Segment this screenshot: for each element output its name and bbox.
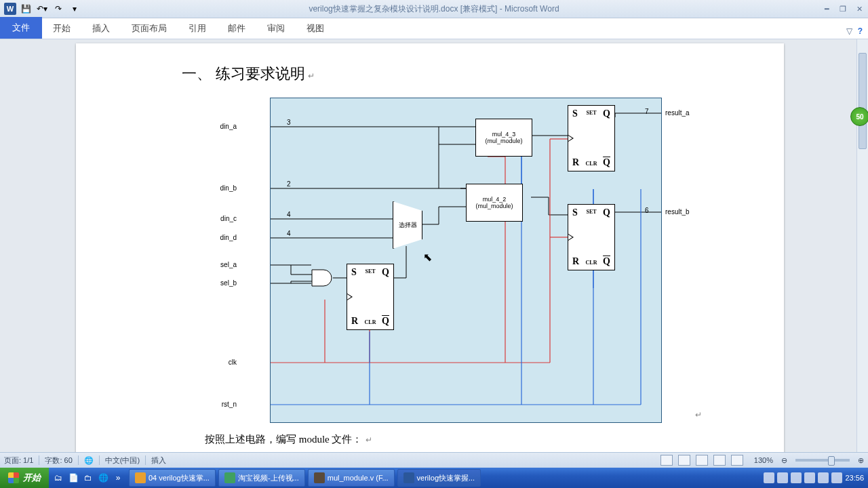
tab-file[interactable]: 文件	[0, 17, 42, 39]
section-heading: 一、 练习要求说明↵	[182, 64, 315, 84]
tray-icon-3[interactable]	[791, 472, 802, 483]
port-din-b: din_b	[210, 184, 237, 192]
flipflop-a: SSETQ RCLRQ	[568, 105, 615, 171]
task-item-2[interactable]: 淘宝视频-上传视...	[218, 469, 305, 487]
zoom-out-button[interactable]: ⊖	[781, 456, 787, 465]
port-result-b: result_b	[665, 208, 690, 216]
titlebar: W 💾 ↶▾ ↷ ▾ verilog快速掌握之复杂模块设计说明.docx [兼容…	[0, 0, 868, 18]
view-print-layout[interactable]	[660, 455, 673, 466]
tab-layout[interactable]: 页面布局	[121, 18, 178, 39]
flipflop-sel: SSETQ RCLRQ	[347, 264, 394, 330]
view-draft[interactable]	[731, 455, 743, 466]
ql-icon-3[interactable]: 🗀	[81, 471, 95, 485]
ql-icon-4[interactable]: 🌐	[96, 471, 110, 485]
port-rst-n: rst_n	[210, 401, 237, 408]
word-app-icon[interactable]: W	[4, 3, 16, 15]
close-button[interactable]: ✕	[853, 3, 865, 14]
scrollbar-thumb[interactable]	[859, 53, 867, 149]
status-insert-mode[interactable]: 插入	[151, 455, 166, 466]
port-clk: clk	[210, 359, 237, 366]
port-sel-a: sel_a	[210, 261, 237, 268]
statusbar: 页面: 1/1 字数: 60 🌐 中文(中国) 插入 130% ⊖ ⊕	[0, 452, 868, 468]
port-din-c: din_c	[210, 215, 237, 222]
vertical-scrollbar[interactable]: 50	[856, 39, 868, 468]
page: 一、 练习要求说明↵	[76, 43, 784, 468]
score-badge[interactable]: 50	[850, 107, 868, 126]
block-mul-4-2: mul_4_2 (mul_module)	[466, 184, 523, 222]
window-controls: ━ ❐ ✕	[821, 3, 865, 14]
quick-launch: 🗂 📄 🗀 🌐 »	[49, 471, 127, 485]
status-proof-icon[interactable]: 🌐	[84, 456, 94, 465]
ql-icon-1[interactable]: 🗂	[52, 471, 65, 485]
width-din-c: 4	[287, 211, 291, 218]
save-button[interactable]: 💾	[19, 2, 33, 16]
start-button[interactable]: 开始	[0, 468, 49, 488]
port-result-a: result_a	[665, 109, 690, 117]
status-language[interactable]: 中文(中国)	[105, 455, 140, 466]
quick-access-toolbar: W 💾 ↶▾ ↷ ▾	[0, 2, 81, 16]
view-web[interactable]	[696, 455, 708, 466]
port-din-a: din_a	[210, 123, 237, 130]
block-mul-4-3: mul_4_3 (mul_module)	[475, 119, 532, 157]
tab-home[interactable]: 开始	[42, 18, 81, 39]
status-words[interactable]: 字数: 60	[45, 455, 72, 466]
system-tray: 23:56	[764, 472, 868, 483]
tray-icon-5[interactable]	[818, 472, 829, 483]
task-item-4[interactable]: verilog快速掌握...	[397, 469, 481, 487]
ql-icon-more[interactable]: »	[111, 471, 125, 485]
tab-references[interactable]: 引用	[178, 18, 217, 39]
windows-logo-icon	[8, 472, 19, 483]
tab-insert[interactable]: 插入	[81, 18, 121, 39]
status-page[interactable]: 页面: 1/1	[4, 455, 33, 466]
tray-icon-4[interactable]	[804, 472, 815, 483]
minimize-button[interactable]: ━	[821, 3, 833, 14]
tab-review[interactable]: 审阅	[256, 18, 296, 39]
tray-icon-1[interactable]	[764, 472, 774, 483]
zoom-level[interactable]: 130%	[754, 456, 773, 464]
qat-customize[interactable]: ▾	[68, 2, 81, 16]
port-sel-b: sel_b	[210, 279, 237, 287]
taskbar: 开始 🗂 📄 🗀 🌐 » 04 verilog快速掌... 淘宝视频-上传视..…	[0, 468, 868, 488]
ribbon: 文件 开始 插入 页面布局 引用 邮件 审阅 视图 ▽ ?	[0, 18, 868, 39]
window-title: verilog快速掌握之复杂模块设计说明.docx [兼容模式] - Micro…	[309, 3, 559, 15]
undo-button[interactable]: ↶▾	[35, 2, 49, 16]
tab-mail[interactable]: 邮件	[217, 18, 256, 39]
view-fullscreen[interactable]	[678, 455, 690, 466]
tab-view[interactable]: 视图	[296, 18, 335, 39]
ribbon-minimize-icon[interactable]: ▽	[846, 26, 852, 36]
zoom-slider[interactable]	[795, 459, 850, 462]
redo-button[interactable]: ↷	[52, 2, 65, 16]
tray-clock[interactable]: 23:56	[845, 474, 864, 482]
ql-icon-2[interactable]: 📄	[66, 471, 80, 485]
width-result-a: 7	[645, 108, 649, 115]
width-din-b: 2	[287, 180, 291, 188]
circuit-diagram: din_a din_b din_c din_d sel_a sel_b clk …	[270, 98, 662, 423]
task-item-1[interactable]: 04 verilog快速掌...	[129, 469, 216, 487]
width-result-b: 6	[645, 207, 649, 214]
width-din-d: 4	[287, 230, 291, 237]
flipflop-b: SSETQ RCLRQ	[568, 204, 615, 270]
width-din-a: 3	[287, 119, 291, 126]
restore-button[interactable]: ❐	[837, 3, 849, 14]
zoom-in-button[interactable]: ⊕	[858, 456, 864, 465]
port-din-d: din_d	[210, 234, 237, 241]
view-outline[interactable]	[713, 455, 726, 466]
and-gate	[311, 269, 334, 287]
tray-icon-6[interactable]	[831, 472, 842, 483]
body-text: 按照上述电路，编写 module 文件：↵	[205, 433, 372, 446]
help-icon[interactable]: ?	[858, 26, 863, 36]
task-item-3[interactable]: mul_module.v (F...	[308, 469, 395, 487]
block-mux: 选择器	[393, 201, 422, 249]
tray-icon-2[interactable]	[777, 472, 788, 483]
document-area: 一、 练习要求说明↵	[0, 39, 857, 468]
